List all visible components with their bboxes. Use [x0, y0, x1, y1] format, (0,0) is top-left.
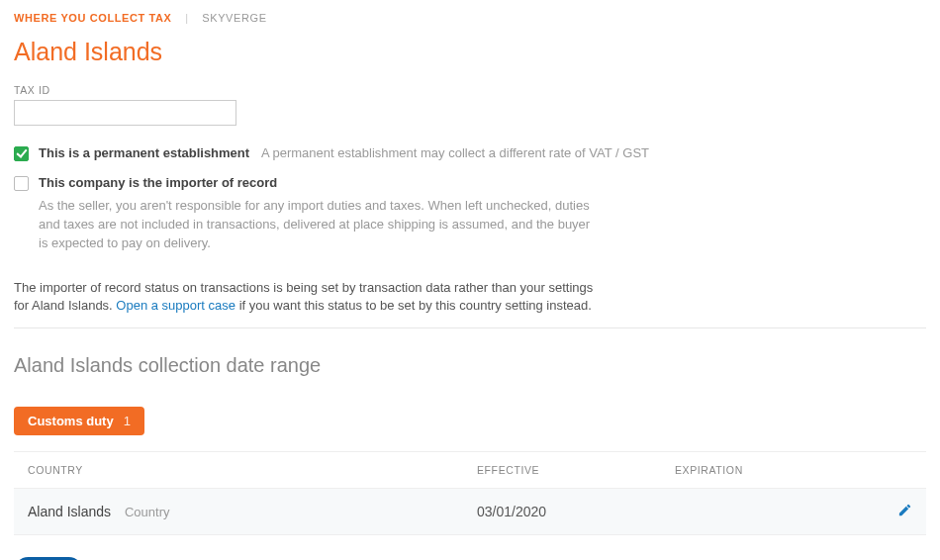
permanent-establishment-checkbox[interactable] [14, 146, 29, 161]
th-country: COUNTRY [28, 464, 477, 476]
th-expiration: EXPIRATION [675, 464, 873, 476]
row-type: Country [125, 505, 170, 519]
page-title: Aland Islands [14, 38, 926, 66]
importer-of-record-row: This company is the importer of record [14, 175, 926, 191]
divider [14, 327, 926, 328]
table-row: Aland Islands Country 03/01/2020 [14, 489, 926, 535]
importer-of-record-checkbox[interactable] [14, 176, 29, 191]
importer-of-record-desc: As the seller, you aren't responsible fo… [39, 197, 593, 253]
edit-icon[interactable] [897, 503, 912, 520]
tax-id-field: TAX ID [14, 84, 926, 126]
tax-id-label: TAX ID [14, 84, 926, 96]
breadcrumb-sep: | [185, 12, 188, 24]
customs-duty-button[interactable]: Customs duty 1 [14, 407, 144, 435]
permanent-establishment-label: This is a permanent establishment [39, 145, 249, 160]
th-effective: EFFECTIVE [477, 464, 675, 476]
permanent-establishment-hint: A permanent establishment may collect a … [261, 145, 649, 160]
row-name: Aland Islands [28, 504, 111, 519]
permanent-establishment-row: This is a permanent establishment A perm… [14, 145, 926, 161]
tax-id-input[interactable] [14, 100, 236, 126]
notice-post: if you want this status to be set by thi… [235, 298, 592, 313]
breadcrumb-primary[interactable]: WHERE YOU COLLECT TAX [14, 12, 171, 24]
customs-duty-label: Customs duty [28, 414, 114, 428]
date-range-table: COUNTRY EFFECTIVE EXPIRATION Aland Islan… [14, 451, 926, 535]
importer-of-record-label: This company is the importer of record [39, 175, 277, 190]
breadcrumb-secondary: SKYVERGE [202, 12, 266, 24]
breadcrumb: WHERE YOU COLLECT TAX | SKYVERGE [14, 12, 926, 24]
customs-duty-count: 1 [124, 414, 131, 428]
row-effective: 03/01/2020 [477, 504, 675, 519]
section-title: Aland Islands collection date range [14, 354, 926, 377]
importer-notice: The importer of record status on transac… [14, 279, 608, 317]
open-support-case-link[interactable]: Open a support case [116, 298, 235, 313]
table-header: COUNTRY EFFECTIVE EXPIRATION [14, 452, 926, 489]
